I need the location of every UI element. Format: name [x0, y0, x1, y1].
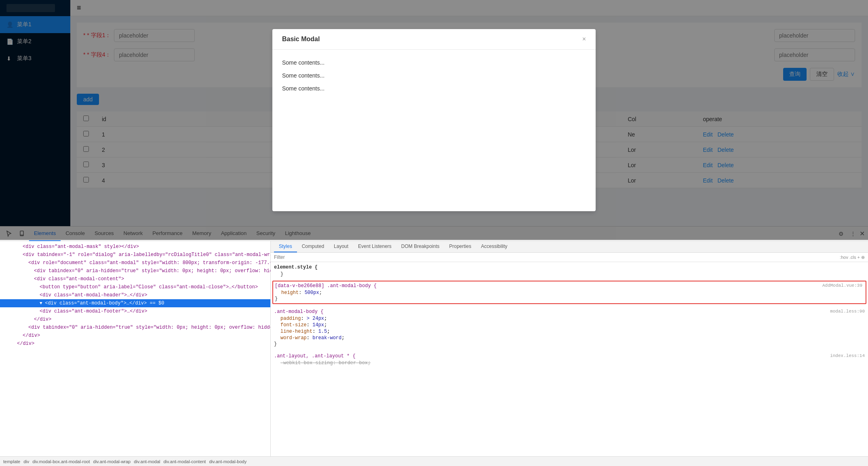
- modal-title: Basic Modal: [282, 36, 320, 43]
- styles-subtab-styles[interactable]: Styles: [274, 241, 297, 252]
- pseudo-class-options[interactable]: :hov .cls + ⊕: [840, 255, 865, 260]
- breadcrumb-item[interactable]: div: [23, 459, 29, 464]
- modal-dialog: Basic Modal × Some contents...Some conte…: [272, 29, 596, 211]
- filter-bar: :hov .cls + ⊕: [271, 253, 868, 262]
- modal-body: Some contents...Some contents...Some con…: [272, 50, 596, 211]
- modal-content-2: Some contents...: [282, 85, 586, 92]
- modal-overlay: Basic Modal × Some contents...Some conte…: [0, 0, 868, 240]
- breadcrumb-item[interactable]: div.ant-modal-wrap: [93, 459, 131, 464]
- breadcrumb-item[interactable]: div.ant-modal: [134, 459, 160, 464]
- devtools-body: <div class="ant-modal-mask" style></div>…: [0, 241, 868, 456]
- devtools-breadcrumb: template div div.modal-box.ant-modal-roo…: [0, 456, 868, 466]
- highlighted-style-rule: [data-v-be266e88] .ant-modal-body { AddM…: [272, 281, 866, 304]
- styles-filter-input[interactable]: [274, 254, 840, 260]
- modal-content-0: Some contents...: [282, 59, 586, 66]
- dom-panel[interactable]: <div class="ant-modal-mask" style></div>…: [0, 241, 271, 456]
- element-style-section: element.style {}: [272, 264, 866, 278]
- dom-line[interactable]: <div class="ant-modal-footer">…</div>: [0, 307, 270, 315]
- styles-subtab-layout[interactable]: Layout: [329, 241, 353, 252]
- styles-subtab-event-listeners[interactable]: Event Listeners: [353, 241, 396, 252]
- modal-close-button[interactable]: ×: [582, 36, 586, 43]
- breadcrumb-item[interactable]: div.ant-modal-content: [163, 459, 206, 464]
- modal-content-1: Some contents...: [282, 72, 586, 79]
- modal-header: Basic Modal ×: [272, 29, 596, 50]
- devtools-panel: ElementsConsoleSourcesNetworkPerformance…: [0, 226, 868, 466]
- dom-line[interactable]: </div>: [0, 332, 270, 340]
- styles-panel: StylesComputedLayoutEvent ListenersDOM B…: [271, 241, 868, 456]
- breadcrumb-item[interactable]: div.ant-modal-body: [209, 459, 246, 464]
- styles-subtab-computed[interactable]: Computed: [297, 241, 329, 252]
- dom-line[interactable]: <div class="ant-modal-mask" style></div>: [0, 243, 270, 251]
- styles-subtab-dom-breakpoints[interactable]: DOM Breakpoints: [396, 241, 445, 252]
- style-rule-3: .ant-layout, .ant-layout * { index.less:…: [272, 352, 866, 368]
- styles-subtab-accessibility[interactable]: Accessibility: [476, 241, 512, 252]
- dom-line[interactable]: <div class="ant-modal-header">…</div>: [0, 291, 270, 299]
- styles-subtabs: StylesComputedLayoutEvent ListenersDOM B…: [271, 241, 868, 253]
- breadcrumb-item[interactable]: template: [3, 459, 20, 464]
- dom-line[interactable]: <div class="ant-modal-content">: [0, 275, 270, 283]
- dom-line[interactable]: <div tabindex="0" aria-hidden="true" sty…: [0, 267, 270, 275]
- dom-line[interactable]: <div tabindex="-1" role="dialog" aria-la…: [0, 251, 270, 259]
- dom-line[interactable]: <div tabindex="0" aria-hidden="true" sty…: [0, 323, 270, 332]
- dom-line[interactable]: </div>: [0, 340, 270, 348]
- dom-line[interactable]: ▼ <div class="ant-modal-body">…</div> ==…: [0, 299, 270, 307]
- dom-line[interactable]: <div role="document" class="ant-modal" s…: [0, 259, 270, 267]
- style-rule-2: .ant-modal-body { modal.less:90 padding:…: [272, 307, 866, 348]
- styles-subtab-properties[interactable]: Properties: [445, 241, 476, 252]
- styles-content: element.style {} [data-v-be266e88] .ant-…: [271, 262, 868, 456]
- dom-line[interactable]: <button type="button" aria-label="Close"…: [0, 283, 270, 291]
- dom-line[interactable]: </div>: [0, 315, 270, 323]
- breadcrumb-item[interactable]: div.modal-box.ant-modal-root: [32, 459, 90, 464]
